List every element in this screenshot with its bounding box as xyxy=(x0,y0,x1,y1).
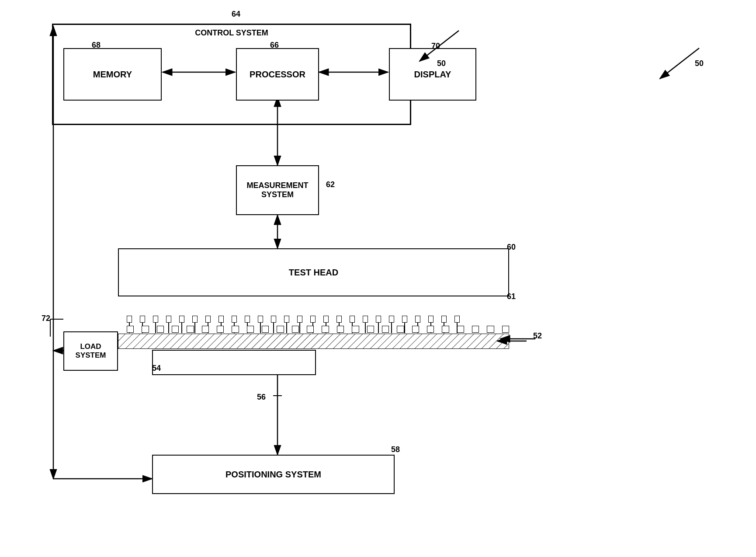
ref-66: 66 xyxy=(270,41,279,50)
memory-label: MEMORY xyxy=(93,70,132,80)
ref-60: 60 xyxy=(507,243,516,252)
pad xyxy=(352,326,359,333)
pad xyxy=(412,326,419,333)
pad xyxy=(442,326,449,333)
pad xyxy=(322,326,329,333)
pad xyxy=(292,326,299,333)
measurement-system-label: MEASUREMENT SYSTEM xyxy=(246,181,308,199)
pad xyxy=(277,326,284,333)
stage-box xyxy=(152,350,316,375)
memory-box: MEMORY xyxy=(63,48,162,101)
load-system-label: LOAD SYSTEM xyxy=(76,342,106,360)
processor-box: PROCESSOR xyxy=(236,48,319,101)
pad xyxy=(262,326,269,333)
ref-72: 72 xyxy=(42,314,50,323)
ref-54: 54 xyxy=(152,364,161,373)
svg-rect-20 xyxy=(118,334,509,349)
pad xyxy=(202,326,209,333)
ref-62: 62 xyxy=(326,180,335,189)
pad xyxy=(172,326,179,333)
pads-row xyxy=(118,326,509,333)
ref-61: 61 xyxy=(507,292,516,301)
ref-58: 58 xyxy=(391,445,400,454)
display-label: DISPLAY xyxy=(414,70,451,80)
pad xyxy=(337,326,344,333)
pad xyxy=(502,326,509,333)
ref-64: 64 xyxy=(232,10,240,19)
test-head-label: TEST HEAD xyxy=(289,268,338,278)
wafer-strip xyxy=(118,326,509,350)
svg-line-17 xyxy=(660,48,699,79)
positioning-system-label: POSITIONING SYSTEM xyxy=(225,470,321,480)
load-system-box: LOAD SYSTEM xyxy=(63,331,118,371)
pad xyxy=(472,326,479,333)
pad xyxy=(487,326,494,333)
pad xyxy=(367,326,374,333)
measurement-system-box: MEASUREMENT SYSTEM xyxy=(236,165,319,215)
pad xyxy=(397,326,404,333)
pad xyxy=(187,326,194,333)
ref-50-label: 50 xyxy=(437,59,446,68)
pad xyxy=(157,326,164,333)
ref-50: 50 xyxy=(695,59,704,68)
pad xyxy=(127,326,134,333)
test-head-box: TEST HEAD xyxy=(118,248,509,296)
pad xyxy=(232,326,239,333)
pad xyxy=(307,326,314,333)
pad xyxy=(247,326,254,333)
positioning-system-box: POSITIONING SYSTEM xyxy=(152,455,395,494)
display-box: DISPLAY xyxy=(389,48,476,101)
processor-label: PROCESSOR xyxy=(250,70,305,80)
pad xyxy=(427,326,434,333)
pad xyxy=(457,326,464,333)
ref-56: 56 xyxy=(257,393,266,402)
ref-68: 68 xyxy=(92,41,101,50)
pad xyxy=(142,326,149,333)
ref-52: 52 xyxy=(533,331,542,341)
probe-pins xyxy=(118,296,509,314)
control-system-label: CONTROL SYSTEM xyxy=(195,28,268,38)
pad xyxy=(382,326,389,333)
ref-70: 70 xyxy=(431,42,440,51)
pad xyxy=(217,326,224,333)
